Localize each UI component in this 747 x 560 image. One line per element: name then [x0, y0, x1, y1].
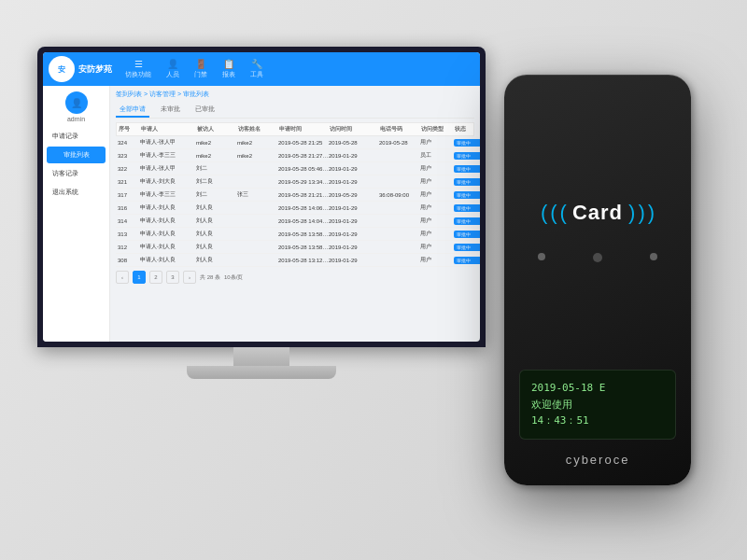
col-visited: 被访人 [197, 125, 238, 133]
tab-approved[interactable]: 已审批 [191, 103, 218, 118]
row-apply-time: 2019-05-28 21:25 [278, 140, 329, 146]
row-type: 员工 [420, 151, 454, 160]
row-id: 324 [118, 140, 140, 146]
scene: 安 安防梦苑 ☰切换功能 👤人员 🚪门禁 📋报表 🔧工具 [9, 19, 738, 541]
page-btn-3[interactable]: 3 [166, 271, 179, 284]
row-phone: 2019-05-28 [379, 140, 420, 146]
card-reader-device: ( ( ( Card ) ) ) 2019-05-18 E 欢迎使 [504, 75, 691, 485]
col-phone: 电话号码 [380, 125, 421, 133]
table-row[interactable]: 316 申请人-刘人良 刘人良 2019-05-28 14:06:58 2019… [116, 202, 474, 215]
page-btn-2[interactable]: 2 [149, 271, 162, 284]
wave-right-mid: ) [638, 201, 644, 225]
table-row[interactable]: 314 申请人-刘人良 刘人良 2019-05-28 14:04:14 2019… [116, 215, 474, 228]
table-row[interactable]: 321 申请人-刘大良 刘二良 2019-05-29 13:34:31 2019… [116, 175, 474, 189]
prev-page-btn[interactable]: ‹ [116, 271, 129, 284]
menu-icon: ☰ [134, 59, 143, 69]
table-header: 序号 申请人 被访人 访客姓名 申请时间 访问时间 电话号码 访问类型 状态 实… [116, 122, 474, 136]
row-applicant: 申请人-张人甲 [140, 138, 196, 147]
sidebar-user: 👤 admin [47, 91, 106, 122]
nav-label-menu: 切换功能 [125, 70, 151, 79]
sidebar-item-apply[interactable]: 申请记录 [47, 128, 106, 145]
table-row[interactable]: 317 申请人-李三三 刘二 张三 2019-05-28 21:21:27 20… [116, 189, 474, 202]
nav-label-report: 报表 [222, 70, 235, 79]
indicator-row [519, 253, 676, 262]
row-visit-time: 2019-05-28 [329, 140, 379, 146]
nav-items: ☰切换功能 👤人员 🚪门禁 📋报表 🔧工具 [121, 57, 474, 81]
card-reader-top: ( ( ( Card ) ) ) [519, 93, 676, 370]
row-applicant: 申请人-李三三 [140, 151, 196, 160]
pagination: ‹ 1 2 3 › 共 28 条 10条/页 [116, 271, 474, 284]
page-size: 10条/页 [224, 273, 243, 282]
table-row[interactable]: 312 申请人-刘人良 刘人良 2019-05-28 13:58:01 2019… [116, 241, 474, 254]
col-visit-time: 访问时间 [330, 125, 380, 133]
nav-label-people: 人员 [166, 70, 179, 79]
nav-item-tools[interactable]: 🔧工具 [247, 57, 267, 81]
row-visitor: mike2 [196, 140, 237, 146]
tools-icon: 🔧 [251, 59, 262, 69]
main-content: 签到列表 > 访客管理 > 审批列表 全部申请 未审批 已审批 序号 申请人 被… [110, 86, 480, 342]
display-line-2: 欢迎使用 [531, 397, 664, 413]
tab-pending[interactable]: 未审批 [157, 103, 184, 118]
table-row[interactable]: 324 申请人-张人甲 mike2 mike2 2019-05-28 21:25… [116, 136, 474, 149]
nav-item-report[interactable]: 📋报表 [218, 57, 239, 81]
display-line-1: 2019-05-18 E [531, 380, 664, 397]
monitor-screen: 安 安防梦苑 ☰切换功能 👤人员 🚪门禁 📋报表 🔧工具 [43, 52, 480, 342]
row-type: 用户 [420, 138, 454, 147]
rfid-display: ( ( ( Card ) ) ) [541, 201, 655, 225]
page-btn-1[interactable]: 1 [133, 271, 146, 284]
sidebar-menu: 申请记录 审批列表 访客记录 退出系统 [47, 128, 106, 201]
row-apply-time: 2019-05-28 21:27:47 [278, 153, 329, 159]
sidebar-item-record[interactable]: 访客记录 [47, 165, 106, 182]
indicator-dot-center [593, 253, 602, 262]
monitor-stand-base [187, 366, 336, 379]
nav-item-door[interactable]: 🚪门禁 [190, 57, 211, 81]
sidebar: 👤 admin 申请记录 审批列表 访客记录 退出系统 [43, 86, 110, 342]
nav-label-door: 门禁 [194, 70, 207, 79]
rfid-waves-left: ( ( ( [541, 201, 567, 225]
display-line-3: 14：43：51 [531, 413, 664, 429]
tab-bar: 全部申请 未审批 已审批 [116, 103, 474, 119]
wave-right-inner: ) [628, 201, 635, 225]
app-logo: 安 [49, 56, 75, 82]
app-logo-char: 安 [58, 64, 65, 75]
monitor: 安 安防梦苑 ☰切换功能 👤人员 🚪门禁 📋报表 🔧工具 [37, 47, 486, 379]
card-reader-bottom: 2019-05-18 E 欢迎使用 14：43：51 cyberoce [519, 370, 676, 467]
monitor-screen-wrapper: 安 安防梦苑 ☰切换功能 👤人员 🚪门禁 📋报表 🔧工具 [37, 47, 486, 347]
brand-name: cyberoce [519, 453, 676, 467]
monitor-stand-neck [233, 347, 289, 366]
nav-item-people[interactable]: 👤人员 [162, 57, 183, 81]
card-label: Card [572, 201, 623, 225]
col-id: 序号 [119, 125, 141, 133]
table-row[interactable]: 323 申请人-李三三 mike2 mike2 2019-05-28 21:27… [116, 149, 474, 162]
app-body: 👤 admin 申请记录 审批列表 访客记录 退出系统 签到列表 > 访客管理 … [43, 86, 480, 342]
col-apply-time: 申请时间 [279, 125, 330, 133]
rfid-waves-right: ) ) ) [628, 201, 655, 225]
app-logo-text: 安防梦苑 [78, 63, 112, 76]
breadcrumb: 签到列表 > 访客管理 > 审批列表 [116, 90, 474, 99]
username: admin [67, 116, 85, 122]
table-row[interactable]: 322 申请人-张人甲 刘二 2019-05-28 05:46:47 2019-… [116, 162, 474, 175]
indicator-dot-right [650, 253, 657, 260]
row-id: 323 [118, 153, 140, 159]
row-visit-time: 2019-01-29 [329, 153, 379, 159]
col-status: 状态 [455, 125, 480, 133]
row-name: mike2 [237, 153, 278, 159]
status-badge: 审批中 [454, 139, 480, 147]
col-applicant: 申请人 [141, 125, 197, 133]
tab-all[interactable]: 全部申请 [116, 103, 149, 118]
col-name: 访客姓名 [238, 125, 279, 133]
next-page-btn[interactable]: › [183, 271, 196, 284]
sidebar-item-logout[interactable]: 退出系统 [47, 184, 106, 201]
nav-item-menu[interactable]: ☰切换功能 [121, 57, 155, 81]
nav-label-tools: 工具 [250, 70, 263, 79]
col-type: 访问类型 [421, 125, 455, 133]
table-row[interactable]: 308 申请人-刘人良 刘人良 2019-05-28 13:12:19 2019… [116, 254, 474, 267]
wave-right-outer: ) [648, 201, 655, 225]
total-count: 共 28 条 [200, 273, 220, 282]
table-row[interactable]: 313 申请人-刘人良 刘人良 2019-05-28 13:58:18 2019… [116, 228, 474, 241]
status-badge: 审批中 [454, 152, 480, 160]
sidebar-item-approval[interactable]: 审批列表 [47, 147, 106, 163]
report-icon: 📋 [223, 59, 234, 69]
avatar: 👤 [65, 91, 88, 114]
indicator-dot-left [538, 253, 545, 260]
